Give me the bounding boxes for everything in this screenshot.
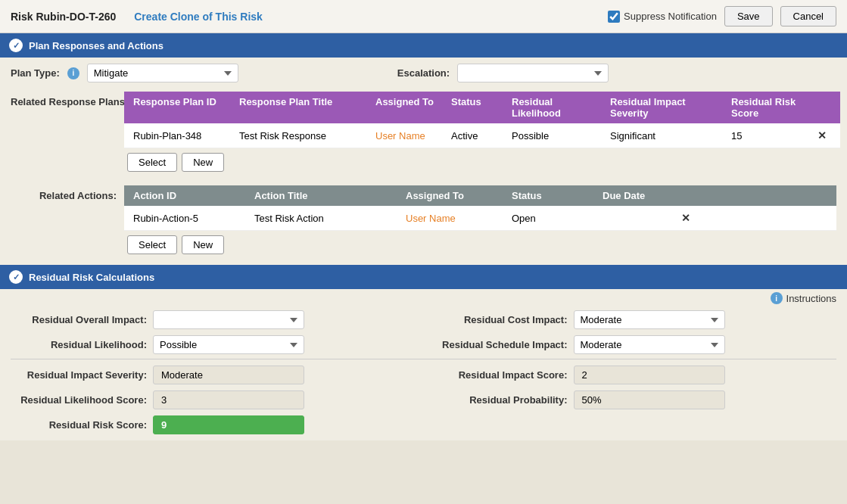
instructions-text: Instructions	[786, 293, 836, 304]
escalation-label: Escalation:	[397, 67, 450, 79]
probability-value: 50%	[574, 390, 725, 409]
response-plans-select-button[interactable]: Select	[127, 153, 177, 172]
plan-type-row: Plan Type: i Mitigate Escalation:	[0, 58, 847, 89]
plan-impact-severity-cell: Significant	[607, 130, 728, 142]
plan-remove-cell: ✕	[811, 128, 834, 143]
col-action-id: Action ID	[130, 190, 251, 201]
cost-impact-label: Residual Cost Impact:	[431, 314, 568, 325]
likelihood-label: Residual Likelihood:	[11, 339, 147, 350]
action-title-cell: Test Risk Action	[251, 213, 403, 224]
plan-risk-score-cell: 15	[728, 130, 811, 142]
response-plans-table-header: Response Plan ID Response Plan Title Ass…	[124, 92, 840, 123]
schedule-impact-label: Residual Schedule Impact:	[431, 339, 568, 350]
risk-id: Risk Rubin-DO-T-260	[11, 11, 116, 23]
action-remove-button[interactable]: ✕	[678, 210, 693, 226]
impact-severity-label: Residual Impact Severity:	[11, 369, 147, 381]
col-residual-risk-score: Residual Risk Score	[728, 96, 811, 119]
actions-table-container: Action ID Action Title Assigned To Statu…	[124, 185, 836, 259]
impact-score-value: 2	[574, 366, 725, 384]
response-plans-table-container: Response Plan ID Response Plan Title Ass…	[124, 92, 840, 176]
plan-responses-header: ✓ Plan Responses and Actions	[0, 33, 847, 58]
action-assigned-link[interactable]: User Name	[406, 213, 456, 224]
col-plan-id: Response Plan ID	[130, 96, 236, 119]
residual-risk-title: Residual Risk Calculations	[29, 272, 154, 283]
col-action-remove	[675, 190, 698, 201]
actions-table-header: Action ID Action Title Assigned To Statu…	[124, 185, 836, 206]
action-remove-cell: ✕	[675, 210, 698, 226]
col-remove	[811, 96, 834, 119]
plan-responses-title: Plan Responses and Actions	[29, 40, 163, 51]
col-action-due-date: Due Date	[599, 190, 675, 201]
section-check-icon: ✓	[9, 39, 23, 52]
response-plans-table: Response Plan ID Response Plan Title Ass…	[124, 92, 840, 148]
save-button[interactable]: Save	[724, 6, 773, 26]
response-plans-buttons: Select New	[124, 148, 840, 176]
instructions-row: i Instructions	[0, 289, 847, 306]
plan-title-cell: Test Risk Response	[236, 130, 372, 142]
residual-check-icon: ✓	[9, 270, 23, 284]
col-plan-title: Response Plan Title	[236, 96, 372, 119]
actions-table: Action ID Action Title Assigned To Statu…	[124, 185, 836, 231]
overall-impact-row: Residual Overall Impact:	[11, 310, 416, 329]
col-action-assigned: Assigned To	[403, 190, 509, 201]
plan-id-cell: Rubin-Plan-348	[130, 130, 236, 142]
risk-score-value: 9	[153, 415, 304, 434]
actions-new-button[interactable]: New	[182, 235, 224, 254]
plan-likelihood-cell: Possible	[509, 130, 607, 142]
suppress-notification-label: Suppress Notification	[608, 11, 717, 23]
response-plans-new-button[interactable]: New	[182, 153, 224, 172]
residual-risk-section: ✓ Residual Risk Calculations i Instructi…	[0, 265, 847, 440]
plan-type-info-icon[interactable]: i	[67, 67, 79, 79]
residual-fields-grid: Residual Overall Impact: Residual Cost I…	[0, 306, 847, 359]
col-action-title: Action Title	[251, 190, 403, 201]
col-status: Status	[448, 96, 509, 119]
schedule-impact-select[interactable]: Moderate	[574, 335, 725, 354]
plan-assigned-to-cell: User Name	[372, 130, 448, 142]
plan-assigned-link[interactable]: User Name	[375, 130, 425, 142]
plan-remove-button[interactable]: ✕	[814, 128, 830, 143]
header-actions: Suppress Notification Save Cancel	[608, 6, 836, 26]
cost-impact-row: Residual Cost Impact: Moderate	[431, 310, 837, 329]
cancel-button[interactable]: Cancel	[780, 6, 836, 26]
residual-risk-header: ✓ Residual Risk Calculations	[0, 265, 847, 289]
plan-status-cell: Active	[448, 130, 509, 142]
impact-severity-row: Residual Impact Severity: Moderate	[11, 366, 416, 384]
impact-severity-value: Moderate	[153, 366, 304, 384]
instructions-info-icon: i	[771, 292, 783, 304]
overall-impact-select[interactable]	[153, 310, 304, 329]
score-fields: Residual Impact Severity: Moderate Resid…	[0, 359, 847, 440]
actions-label: Related Actions:	[11, 185, 117, 201]
likelihood-score-label: Residual Likelihood Score:	[11, 394, 147, 406]
likelihood-select[interactable]: Possible	[153, 335, 304, 354]
response-plans-row: Related Response Plans: Response Plan ID…	[0, 89, 847, 182]
impact-score-label: Residual Impact Score:	[431, 369, 568, 381]
schedule-impact-row: Residual Schedule Impact: Moderate	[431, 335, 837, 354]
plan-type-select[interactable]: Mitigate	[87, 64, 238, 82]
actions-row: Related Actions: Action ID Action Title …	[0, 182, 847, 265]
cost-impact-select[interactable]: Moderate	[574, 310, 725, 329]
page-header: Risk Rubin-DO-T-260 Create Clone of This…	[0, 0, 847, 33]
empty-row	[431, 415, 837, 434]
plan-type-label: Plan Type:	[11, 67, 60, 79]
probability-row: Residual Probability: 50%	[431, 390, 837, 409]
action-status-cell: Open	[509, 213, 599, 224]
col-action-status: Status	[509, 190, 599, 201]
plan-responses-section: ✓ Plan Responses and Actions Plan Type: …	[0, 33, 847, 265]
clone-link[interactable]: Create Clone of This Risk	[134, 11, 608, 23]
suppress-checkbox[interactable]	[608, 11, 620, 23]
likelihood-score-value: 3	[153, 390, 304, 409]
actions-select-button[interactable]: Select	[127, 235, 177, 254]
col-residual-impact-severity: Residual Impact Severity	[607, 96, 728, 119]
suppress-text: Suppress Notification	[624, 11, 717, 22]
response-plans-label: Related Response Plans:	[11, 92, 117, 107]
table-row: Rubin-Action-5 Test Risk Action User Nam…	[124, 206, 836, 231]
escalation-select[interactable]	[457, 64, 609, 82]
impact-score-row: Residual Impact Score: 2	[431, 366, 837, 384]
instructions-link[interactable]: Instructions	[786, 293, 836, 304]
col-assigned-to: Assigned To	[372, 96, 448, 119]
likelihood-row: Residual Likelihood: Possible	[11, 335, 416, 354]
col-residual-likelihood: Residual Likelihood	[509, 96, 607, 119]
actions-buttons: Select New	[124, 231, 836, 259]
action-id-cell: Rubin-Action-5	[130, 213, 251, 224]
risk-score-row: Residual Risk Score: 9	[11, 415, 416, 434]
